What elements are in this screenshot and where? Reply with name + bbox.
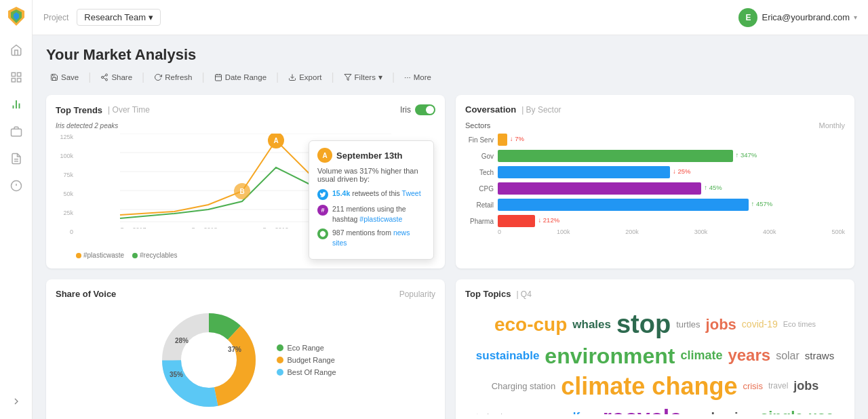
legend-budget-range [277, 357, 283, 363]
svg-rect-21 [215, 75, 221, 81]
svg-line-20 [104, 75, 106, 77]
word-cloud-word[interactable]: Eco times [781, 319, 818, 330]
iris-peak-label: Iris detected 2 peaks [56, 122, 435, 129]
word-cloud-word[interactable]: travel [766, 380, 790, 391]
word-cloud-word[interactable]: recycle [601, 403, 684, 414]
word-cloud-word[interactable]: packaging [686, 409, 757, 414]
iris-label: Iris [400, 105, 411, 115]
word-cloud-word[interactable]: ocean welfare [519, 410, 599, 414]
word-cloud-word[interactable]: sustainable [474, 348, 542, 363]
word-cloud: eco-cupwhalesstopturtlesjobscovid-19Eco … [465, 306, 845, 414]
user-menu[interactable]: E Erica@yourbrand.com ▾ [738, 8, 857, 27]
more-button[interactable]: ··· More [400, 71, 435, 83]
news-link[interactable]: news sites [332, 228, 410, 247]
hashtag-link[interactable]: #plasticwaste [359, 215, 402, 223]
news-icon [317, 228, 328, 239]
top-topics-title: Top Topics [465, 289, 511, 299]
word-cloud-word[interactable]: solar [774, 348, 802, 363]
monthly-label: Monthly [818, 121, 845, 129]
bar-row-retail: Retail ↑ 457% [465, 199, 811, 211]
tooltip-item-twitter: 15.4k retweets of this Tweet [317, 188, 425, 200]
sidebar-item-grid[interactable] [4, 65, 28, 89]
word-cloud-word[interactable]: climate change [559, 371, 739, 401]
svg-point-17 [102, 77, 104, 79]
conversation-header: Coversation | By Sector [465, 104, 845, 115]
svg-rect-4 [17, 73, 20, 76]
word-cloud-word[interactable]: stop [614, 308, 673, 341]
content-grid: Top Trends | Over Time Iris Iris detecte… [46, 95, 854, 419]
conversation-subtitle: | By Sector [521, 105, 561, 115]
page-content: Your Market Analysis Save | Share | Refr… [33, 35, 868, 419]
top-topics-subtitle: | Q4 [516, 290, 531, 299]
word-cloud-word[interactable]: environment [542, 342, 677, 370]
main-content: Project Research Team ▾ E Erica@yourbran… [33, 0, 868, 419]
word-cloud-word[interactable]: single-use [758, 407, 836, 414]
sidebar [0, 0, 33, 419]
sectors-label: Sectors [465, 121, 490, 129]
export-button[interactable]: Export [284, 71, 326, 83]
svg-rect-3 [12, 73, 15, 76]
hashtag-icon: # [317, 205, 328, 216]
word-cloud-word[interactable]: eco-cup [492, 313, 569, 337]
top-trends-header: Top Trends | Over Time Iris [56, 104, 435, 115]
sidebar-item-info[interactable] [4, 174, 28, 198]
word-cloud-word[interactable]: years [726, 345, 772, 366]
svg-rect-10 [11, 129, 21, 136]
donut-legend: Eco Range Budget Range Best Of Range [277, 344, 336, 376]
svg-point-47 [183, 334, 235, 386]
sidebar-item-briefcase[interactable] [4, 119, 28, 144]
word-cloud-word[interactable]: crisis [741, 380, 765, 393]
avatar: E [738, 8, 757, 27]
word-cloud-word[interactable]: climate [678, 348, 724, 364]
trend-chart-area: 125k 100k 75k 50k 25k 0 [56, 134, 435, 249]
svg-text:Sep 2017: Sep 2017 [120, 226, 146, 228]
sov-header: Share of Voice Popularity [56, 289, 435, 299]
conversation-card: Coversation | By Sector Sectors Monthly … [456, 95, 854, 268]
word-cloud-word[interactable]: Charging station [490, 380, 558, 393]
svg-text:28%: 28% [175, 337, 189, 344]
svg-line-19 [104, 78, 106, 79]
app-logo[interactable] [5, 5, 27, 27]
word-cloud-word[interactable]: jobs [704, 315, 738, 334]
sidebar-expand-button[interactable] [4, 389, 28, 414]
bar-row-pharma: Pharma ↓ 212% [465, 215, 811, 227]
iris-toggle-switch[interactable] [415, 104, 435, 115]
word-cloud-word[interactable]: technology [474, 412, 517, 414]
tweet-link[interactable]: Tweet [402, 189, 421, 197]
word-cloud-word[interactable]: jobs [791, 378, 821, 395]
filters-button[interactable]: Filters ▾ [340, 71, 387, 84]
legend-dot-2 [132, 253, 138, 258]
refresh-button[interactable]: Refresh [150, 71, 196, 83]
word-cloud-word[interactable]: straws [803, 349, 836, 363]
top-trends-title: Top Trends [56, 105, 102, 115]
svg-rect-6 [12, 79, 15, 82]
svg-text:A: A [273, 137, 278, 144]
save-button[interactable]: Save [46, 71, 83, 83]
legend-best-of-range [277, 369, 283, 376]
bar-row-tech: Tech ↓ 25% [465, 166, 811, 178]
word-cloud-word[interactable]: whales [570, 317, 613, 332]
project-name: Research Team [84, 12, 146, 22]
word-cloud-word[interactable]: covid-19 [740, 318, 780, 331]
svg-point-16 [106, 74, 108, 76]
tooltip-item-hashtag: # 211 mentions using the hashtag #plasti… [317, 204, 425, 224]
bar-row-cpg: CPG ↑ 45% [465, 182, 811, 195]
sov-subtitle: Popularity [399, 290, 435, 299]
sidebar-item-home[interactable] [4, 38, 28, 62]
sidebar-item-report[interactable] [4, 146, 28, 171]
project-select[interactable]: Research Team ▾ [77, 9, 161, 26]
tooltip-desc: Volume was 317% higher than usual driven… [317, 167, 425, 183]
iris-toggle[interactable]: Iris [400, 104, 435, 115]
tooltip-marker: A [317, 148, 332, 163]
share-button[interactable]: Share [96, 71, 136, 83]
word-cloud-word[interactable]: turtles [674, 319, 702, 331]
date-range-button[interactable]: Date Range [210, 71, 271, 83]
project-label: Project [43, 13, 68, 22]
bar-row-fin-serv: Fin Serv ↓ 7% [465, 134, 811, 146]
top-trends-subtitle: | Over Time [108, 105, 150, 115]
sidebar-item-chart[interactable] [4, 92, 28, 117]
project-select-chevron: ▾ [149, 12, 153, 22]
y-axis-labels: 125k 100k 75k 50k 25k 0 [56, 134, 75, 235]
user-menu-chevron: ▾ [854, 14, 857, 21]
svg-marker-26 [344, 75, 351, 81]
